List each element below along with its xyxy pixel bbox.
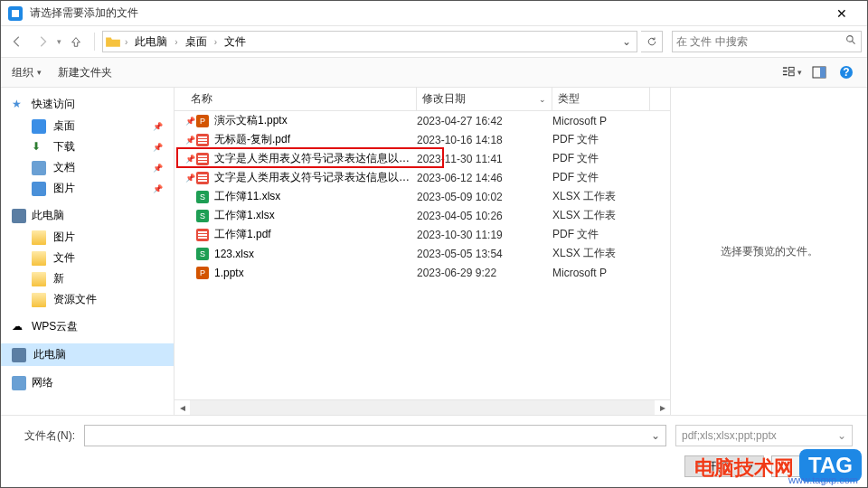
chevron-right-icon[interactable]: › — [171, 37, 181, 47]
svg-rect-9 — [820, 67, 826, 78]
filename-label: 文件名(N): — [15, 428, 75, 444]
file-row[interactable]: 工作簿1.pdf2023-10-30 11:19PDF 文件 — [175, 225, 670, 244]
up-button[interactable] — [65, 31, 87, 52]
history-dropdown[interactable]: ▾ — [57, 37, 61, 46]
breadcrumb-dropdown[interactable]: ⌄ — [618, 35, 635, 48]
file-type: Microsoft P — [552, 267, 650, 279]
file-row[interactable]: 📌无标题-复制.pdf2023-10-16 14:18PDF 文件 — [175, 130, 670, 149]
breadcrumb-item[interactable]: 文件 — [221, 34, 250, 50]
file-date: 2023-06-12 14:46 — [417, 172, 552, 184]
sidebar-item-desktop[interactable]: 桌面📌 — [28, 116, 174, 136]
file-type: PDF 文件 — [552, 227, 650, 242]
svg-rect-5 — [783, 74, 788, 75]
pin-icon: 📌 — [153, 164, 163, 173]
file-row[interactable]: S工作簿1.xlsx2023-04-05 10:26XLSX 工作表 — [175, 206, 670, 225]
file-row[interactable]: 📌文字是人类用表义符号记录表达信息以传...2023-06-12 14:46PD… — [175, 168, 670, 187]
horizontal-scrollbar[interactable]: ◂ ▸ — [175, 399, 670, 415]
sidebar-quick-access[interactable]: ★ 快速访问 — [1, 93, 174, 116]
new-folder-button[interactable]: 新建文件夹 — [58, 65, 112, 80]
search-input[interactable] — [676, 35, 845, 48]
titlebar: 请选择需要添加的文件 ✕ — [1, 1, 867, 26]
file-type-icon: S — [194, 247, 211, 261]
close-button[interactable]: ✕ — [824, 6, 860, 21]
preview-pane-button[interactable] — [809, 62, 829, 82]
folder-icon — [32, 272, 46, 286]
view-mode-button[interactable]: ▾ — [782, 62, 802, 82]
folder-icon — [32, 230, 46, 245]
sidebar-this-pc[interactable]: 此电脑 — [1, 343, 174, 366]
filename-dropdown[interactable]: ⌄ — [651, 429, 660, 442]
sidebar-this-pc-expand[interactable]: 此电脑 — [1, 204, 174, 227]
chevron-right-icon[interactable]: › — [121, 37, 131, 47]
pin-icon: 📌 — [153, 184, 163, 193]
sidebar-item-folder[interactable]: 文件 — [28, 248, 174, 268]
open-button[interactable]: 打开(O)▾ — [684, 455, 764, 477]
breadcrumb[interactable]: › 此电脑 › 桌面 › 文件 ⌄ — [102, 31, 637, 52]
file-date: 2023-04-05 10:26 — [417, 210, 552, 222]
svg-rect-7 — [789, 72, 795, 76]
watermark-url: www.tagxp.com — [788, 474, 858, 485]
file-date: 2023-04-27 16:42 — [417, 115, 552, 127]
sidebar-item-folder[interactable]: 图片 — [28, 227, 174, 248]
file-type-icon — [194, 171, 211, 185]
breadcrumb-item[interactable]: 此电脑 — [131, 34, 171, 50]
organize-menu[interactable]: 组织▾ — [12, 65, 42, 80]
file-date: 2023-05-05 13:54 — [417, 248, 552, 260]
preview-empty-label: 选择要预览的文件。 — [721, 244, 818, 259]
column-header-date[interactable]: 修改日期⌄ — [417, 88, 552, 110]
file-list-body[interactable]: 📌P演示文稿1.pptx2023-04-27 16:42Microsoft P📌… — [175, 111, 670, 399]
file-type: PDF 文件 — [552, 170, 650, 185]
file-row[interactable]: 📌文字是人类用表义符号记录表达信息以传...2023-11-30 11:41PD… — [175, 149, 670, 168]
pin-icon: 📌 — [185, 155, 194, 164]
file-type: XLSX 工作表 — [552, 246, 650, 261]
sidebar-item-label: 图片 — [53, 230, 75, 245]
breadcrumb-item[interactable]: 桌面 — [182, 34, 211, 50]
sidebar-item-downloads[interactable]: ⬇下载📌 — [28, 136, 174, 157]
file-type-icon — [194, 133, 211, 147]
file-name: 工作簿1.xlsx — [214, 208, 417, 223]
back-button[interactable] — [6, 31, 28, 52]
file-type-icon: S — [194, 190, 211, 204]
sidebar-network[interactable]: 网络 — [1, 371, 174, 394]
file-type: PDF 文件 — [552, 132, 650, 147]
file-row[interactable]: P1.pptx2023-06-29 9:22Microsoft P — [175, 263, 670, 282]
pin-icon: 📌 — [185, 174, 194, 183]
file-row[interactable]: S123.xlsx2023-05-05 13:54XLSX 工作表 — [175, 244, 670, 263]
sort-arrow-icon: ⌄ — [539, 95, 546, 104]
scroll-right-icon[interactable]: ▸ — [655, 401, 670, 414]
chevron-right-icon[interactable]: › — [211, 37, 221, 47]
file-type: XLSX 工作表 — [552, 208, 650, 223]
folder-icon — [32, 251, 46, 266]
scroll-left-icon[interactable]: ◂ — [175, 401, 190, 414]
desktop-icon — [32, 119, 46, 134]
help-button[interactable]: ? — [836, 62, 856, 82]
sidebar-item-pictures[interactable]: 图片📌 — [28, 178, 174, 199]
pin-icon: 📌 — [153, 122, 163, 131]
sidebar-label: WPS云盘 — [32, 319, 78, 334]
column-header-name[interactable]: 名称 — [185, 88, 417, 110]
app-icon — [8, 6, 23, 21]
file-name: 1.pptx — [214, 267, 417, 279]
sidebar-item-documents[interactable]: 文档📌 — [28, 157, 174, 178]
sidebar-wps[interactable]: ☁WPS云盘 — [1, 315, 174, 338]
sidebar-item-folder[interactable]: 新 — [28, 268, 174, 289]
file-row[interactable]: 📌P演示文稿1.pptx2023-04-27 16:42Microsoft P — [175, 111, 670, 130]
search-icon[interactable] — [845, 34, 857, 49]
filename-input[interactable]: ⌄ — [84, 425, 666, 446]
content-area: 名称 修改日期⌄ 类型 📌P演示文稿1.pptx2023-04-27 16:42… — [175, 88, 867, 415]
sidebar-item-label: 文件 — [53, 250, 75, 266]
refresh-button[interactable] — [641, 31, 663, 52]
file-type-filter[interactable]: pdf;xls;xlsx;ppt;pptx⌄ — [675, 425, 853, 446]
sidebar-item-folder[interactable]: 资源文件 — [28, 289, 174, 310]
file-date: 2023-10-30 11:19 — [417, 229, 552, 241]
forward-button[interactable] — [32, 31, 53, 52]
search-box[interactable] — [672, 31, 862, 52]
caret-down-icon: ▾ — [37, 68, 42, 77]
document-icon — [32, 161, 46, 175]
download-icon: ⬇ — [32, 140, 46, 155]
pin-icon: 📌 — [153, 143, 163, 152]
file-date: 2023-06-29 9:22 — [417, 267, 552, 279]
file-row[interactable]: S工作簿11.xlsx2023-05-09 10:02XLSX 工作表 — [175, 187, 670, 206]
file-name: 工作簿11.xlsx — [214, 189, 417, 204]
column-header-type[interactable]: 类型 — [552, 88, 650, 110]
